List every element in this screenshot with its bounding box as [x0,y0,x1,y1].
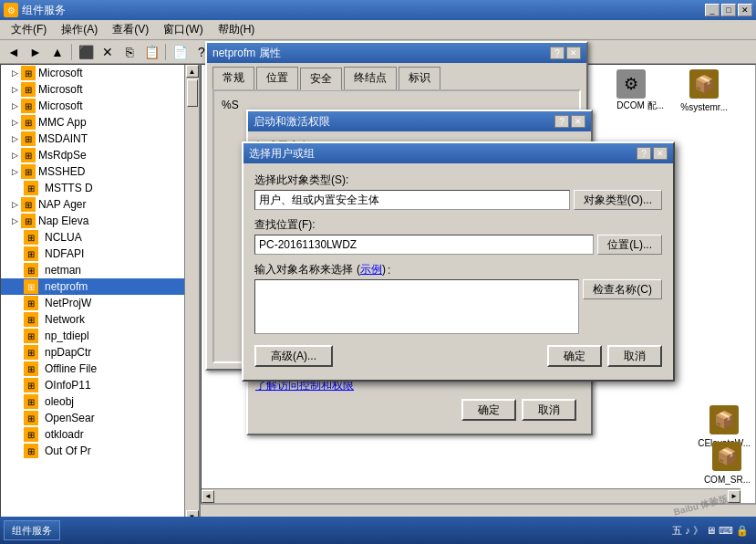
tree-item[interactable]: ⊞ NetProjW [1,295,184,311]
tree-item[interactable]: ▷ ⊞ MSSHED [1,163,184,180]
object-type-value: 用户、组或内置安全主体 [254,190,570,210]
paste-button[interactable]: 📋 [141,42,161,62]
location-button[interactable]: 位置(L)... [597,235,662,255]
tree-item[interactable]: ⊞ OInfoP11 [1,377,184,393]
scroll-up[interactable]: ▲ [186,65,199,78]
forward-button[interactable]: ► [26,42,46,62]
tree-item-icon: ⊞ [21,214,36,228]
dialog-netprofm-tabs: 常规 位置 安全 终结点 标识 [207,63,586,89]
dialog-launch-close-button[interactable]: ✕ [571,115,585,128]
tree-item-icon: ⊞ [24,246,38,261]
menu-view[interactable]: 查看(V) [105,20,156,39]
icon-comsr-img: 📦 [712,442,741,471]
tree-item-icon: ⊞ [24,411,38,425]
object-name-field-group: 检查名称(C) [254,279,662,334]
tree-item[interactable]: ▷ ⊞ Microsoft [1,81,184,98]
scroll-left[interactable]: ◄ [202,490,214,503]
object-name-input[interactable] [254,279,579,334]
tree-item-icon: ⊞ [24,394,38,409]
tab-identity[interactable]: 标识 [399,67,440,89]
dialog-launch-help-button[interactable]: ? [554,115,569,128]
tree-item[interactable]: ⊞ NCLUA [1,229,184,246]
tree-item[interactable]: ▷ ⊞ Nap Eleva [1,213,184,229]
tree-item[interactable]: ⊞ OpenSear [1,410,184,426]
tab-endpoints[interactable]: 终结点 [344,67,397,89]
select-user-cancel-button[interactable]: 取消 [607,345,662,367]
tree-item-icon: ⊞ [21,197,36,212]
dialog-launch-title-text: 启动和激活权限 [254,114,554,130]
advanced-button[interactable]: 高级(A)... [254,345,333,367]
tree-item[interactable]: ⊞ oleobj [1,393,184,410]
scroll-thumb[interactable] [187,79,198,107]
tree-item-network[interactable]: ⊞ Network [1,311,184,328]
app-icon: ⚙ [4,3,18,17]
tab-security[interactable]: 安全 [300,68,342,90]
sys-tray: 五 ♪ 》 🖥 ⌨ 🔒 [672,524,752,538]
tree-item[interactable]: ⊞ NDFAPI [1,246,184,262]
tree-item-icon: ⊞ [24,312,38,327]
refresh-button[interactable]: ✕ [98,42,118,62]
object-type-field-group: 用户、组或内置安全主体 对象类型(O)... [254,190,662,210]
tree-item[interactable]: ⊞ npDapCtr [1,344,184,361]
tree-item-netprofm[interactable]: ⊞ netprofm [1,278,184,295]
tree-item-icon: ⊞ [24,296,38,310]
tree-item[interactable]: ⊞ Offline File [1,361,184,377]
tree-item[interactable]: ▷ ⊞ NAP Ager [1,196,184,213]
dialog-netprofm-title-buttons: ? ✕ [550,47,581,59]
menu-action[interactable]: 操作(A) [54,20,105,39]
back-button[interactable]: ◄ [4,42,24,62]
taskbar: 组件服务 五 ♪ 》 🖥 ⌨ 🔒 [0,517,756,544]
tree-item-icon: ⊞ [21,131,36,146]
up-button[interactable]: ▲ [47,42,67,62]
check-name-button[interactable]: 检查名称(C) [583,279,662,299]
example-link[interactable]: 示例 [360,263,382,276]
taskbar-item-label: 组件服务 [12,524,52,538]
menu-window[interactable]: 窗口(W) [156,20,210,39]
maximize-button[interactable]: □ [721,4,736,16]
input-colon: : [388,264,390,277]
tab-general[interactable]: 常规 [212,67,254,89]
tree-item-icon: ⊞ [24,329,38,343]
title-bar: ⚙ 组件服务 _ □ ✕ [0,0,756,20]
launch-ok-button[interactable]: 确定 [461,399,516,421]
tree-scrollbar[interactable]: ▲ ▼ [184,65,199,523]
tree-item[interactable]: ⊞ netman [1,262,184,278]
location-row: 查找位置(F): PC-20161130LWDZ 位置(L)... [254,217,662,255]
tree-item[interactable]: ⊞ Out Of Pr [1,443,184,459]
scroll-right[interactable]: ► [728,490,740,503]
properties-button[interactable]: 📄 [170,42,190,62]
right-icon-systemr[interactable]: 📦 %systemr... [680,69,728,112]
close-button[interactable]: ✕ [738,4,752,16]
dialog-launch-title-buttons: ? ✕ [554,115,585,128]
dialog-select-user-help-button[interactable]: ? [637,147,651,160]
right-icon-dcom[interactable]: ⚙ DCOM 配... [616,69,664,112]
copy-button[interactable]: ⎘ [119,42,140,62]
dialog-select-user-close-button[interactable]: ✕ [653,147,668,160]
object-type-button[interactable]: 对象类型(O)... [574,190,662,210]
tree-item[interactable]: ⊞ MSTTS D [1,180,184,196]
menu-file[interactable]: 文件(F) [4,20,54,39]
tree-item[interactable]: ▷ ⊞ Microsoft [1,98,184,114]
select-user-ok-button[interactable]: 确定 [547,345,602,367]
tree-item[interactable]: ▷ ⊞ Microsoft [1,65,184,81]
tree-item[interactable]: ⊞ np_tdiepl [1,328,184,344]
object-type-row: 选择此对象类型(S): 用户、组或内置安全主体 对象类型(O)... [254,173,662,210]
taskbar-item-component-services[interactable]: 组件服务 [4,520,60,540]
dialog-netprofm-close-button[interactable]: ✕ [566,47,581,59]
tree-item[interactable]: ▷ ⊞ MsRdpSe [1,147,184,163]
right-icon-comsr[interactable]: 📦 COM_SR... [704,442,751,485]
tree-item-icon: ⊞ [21,115,36,130]
menu-help[interactable]: 帮助(H) [211,20,263,39]
launch-cancel-button[interactable]: 取消 [522,399,576,421]
stop-button[interactable]: ⬛ [76,42,96,62]
dialog-select-user-title-text: 选择用户或组 [249,146,637,162]
app-title: 组件服务 [22,3,705,18]
tab-location[interactable]: 位置 [256,67,298,89]
minimize-button[interactable]: _ [705,4,720,16]
icon-comsr-label: COM_SR... [704,475,751,485]
tree-item[interactable]: ⊞ otkloadr [1,426,184,443]
dialog-netprofm-help-button[interactable]: ? [550,47,564,59]
tree-item[interactable]: ▷ ⊞ MMC App [1,114,184,131]
tree-item[interactable]: ▷ ⊞ MSDAINT [1,131,184,147]
h-scrollbar[interactable]: ◄ ► [202,488,740,503]
